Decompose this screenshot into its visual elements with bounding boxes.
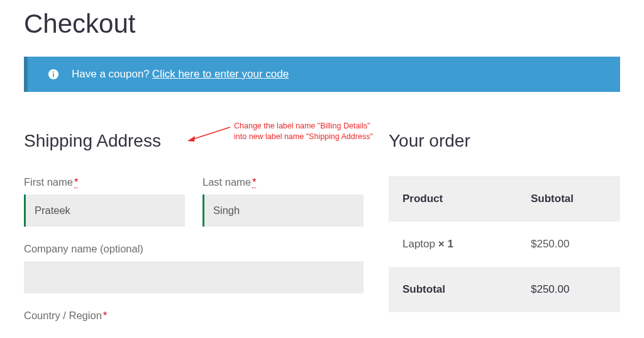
company-label: Company name (optional) [24, 243, 364, 255]
coupon-banner: Have a coupon? Click here to enter your … [24, 57, 620, 92]
svg-rect-1 [53, 74, 54, 77]
order-subtotal-row: Subtotal $250.00 [389, 267, 620, 312]
first-name-label: First name* [24, 176, 185, 188]
last-name-input[interactable] [203, 194, 364, 227]
page-title: Checkout [24, 0, 620, 57]
order-item-price: $250.00 [531, 238, 606, 251]
info-icon [48, 69, 59, 80]
last-name-label: Last name* [203, 176, 364, 188]
order-item-name: Laptop × 1 [402, 238, 531, 251]
required-mark: * [74, 176, 78, 188]
annotation-line1: Change the label name "Billing Details" [234, 121, 391, 132]
coupon-question: Have a coupon? [72, 68, 150, 81]
order-item-row: Laptop × 1 $250.00 [389, 222, 620, 267]
order-table: Product Subtotal Laptop × 1 $250.00 Subt… [389, 176, 620, 312]
required-mark: * [252, 176, 256, 188]
svg-rect-2 [53, 72, 54, 73]
order-item-qty: × 1 [438, 238, 453, 250]
order-subtotal-value: $250.00 [531, 283, 606, 296]
order-header-subtotal: Subtotal [531, 193, 606, 205]
billing-heading: Shipping Address [24, 131, 364, 151]
coupon-link[interactable]: Click here to enter your code [152, 68, 289, 81]
country-label: Country / Region* [24, 310, 364, 322]
order-header-product: Product [402, 193, 531, 205]
company-input[interactable] [24, 261, 364, 293]
order-heading: Your order [389, 131, 620, 151]
first-name-input[interactable] [24, 194, 185, 227]
required-mark: * [103, 310, 107, 321]
order-subtotal-label: Subtotal [402, 283, 531, 296]
order-header-row: Product Subtotal [389, 176, 620, 222]
